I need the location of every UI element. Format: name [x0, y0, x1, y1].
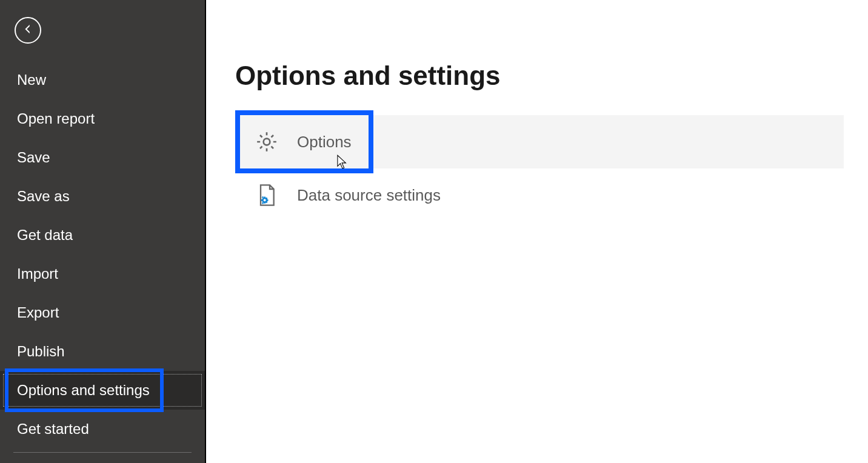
- nav-item-label: Publish: [17, 343, 65, 359]
- nav-item-export[interactable]: Export: [0, 293, 205, 332]
- file-menu-list: New Open report Save Save as Get data Im…: [0, 61, 205, 448]
- back-button[interactable]: [15, 17, 41, 44]
- nav-item-label: Options and settings: [17, 382, 150, 398]
- nav-item-label: Open report: [17, 110, 95, 127]
- option-label: Data source settings: [297, 186, 441, 205]
- nav-item-new[interactable]: New: [0, 61, 205, 99]
- nav-item-publish[interactable]: Publish: [0, 332, 205, 371]
- gear-icon: [253, 128, 280, 155]
- svg-point-1: [262, 198, 267, 202]
- file-menu-sidebar: New Open report Save Save as Get data Im…: [0, 0, 206, 463]
- option-row-options[interactable]: Options: [235, 115, 844, 168]
- option-label: Options: [297, 133, 352, 152]
- nav-item-label: Save as: [17, 188, 70, 204]
- nav-item-options-and-settings[interactable]: Options and settings: [0, 371, 205, 410]
- nav-item-get-started[interactable]: Get started: [0, 410, 205, 448]
- nav-item-get-data[interactable]: Get data: [0, 216, 205, 255]
- nav-item-open-report[interactable]: Open report: [0, 99, 205, 138]
- nav-item-label: Export: [17, 304, 59, 321]
- nav-item-import[interactable]: Import: [0, 255, 205, 293]
- options-and-settings-panel: Options and settings Options Data source…: [206, 0, 868, 463]
- option-row-data-source-settings[interactable]: Data source settings: [235, 168, 844, 222]
- nav-item-label: Import: [17, 265, 58, 282]
- nav-item-label: New: [17, 72, 46, 88]
- nav-item-save-as[interactable]: Save as: [0, 177, 205, 216]
- nav-item-label: Save: [17, 149, 50, 165]
- datasource-icon: [253, 182, 280, 208]
- arrow-left-icon: [21, 22, 35, 38]
- nav-item-save[interactable]: Save: [0, 138, 205, 177]
- nav-divider: [13, 452, 192, 453]
- svg-point-0: [264, 139, 270, 145]
- nav-item-label: Get data: [17, 227, 73, 243]
- page-title: Options and settings: [235, 61, 844, 91]
- nav-item-label: Get started: [17, 421, 89, 437]
